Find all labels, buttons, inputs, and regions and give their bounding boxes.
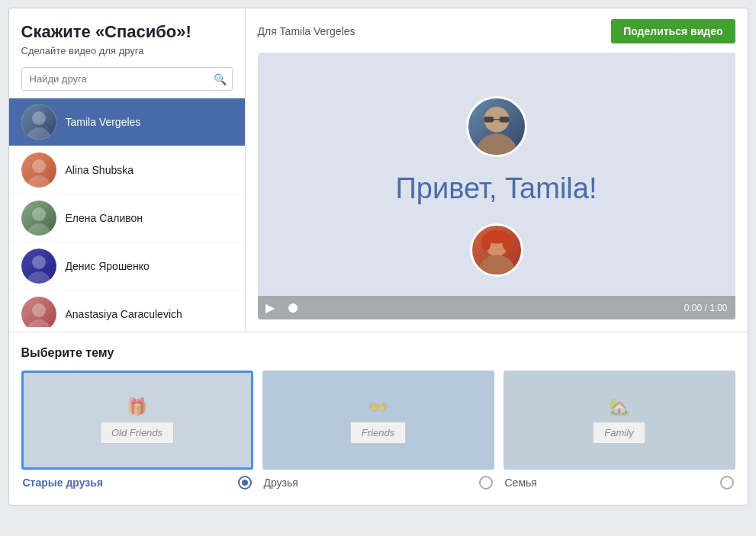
video-player: Привет, Tamila! ▶ [258, 53, 735, 319]
svg-point-24 [502, 233, 512, 250]
friend-list: Tamila Vergeles Alina Shubska [9, 98, 245, 327]
friend-item[interactable]: Денис Ярошенко [9, 242, 245, 290]
radio-circle[interactable] [238, 476, 252, 489]
friend-item[interactable]: Alina Shubska [9, 146, 245, 194]
main-container: Скажите «Спасибо»! Сделайте видео для др… [8, 8, 748, 506]
friend-avatar [21, 249, 56, 284]
theme-tag-label: Old Friends [100, 422, 174, 444]
video-for-label: Для Tamila Vergeles [258, 25, 355, 37]
friend-name: Alina Shubska [66, 164, 134, 176]
friend-item[interactable]: Елена Саливон [9, 194, 245, 242]
video-header: Для Tamila Vergeles Поделиться видео [258, 19, 735, 43]
friend-name: Anastasiya Caraculevich [66, 308, 182, 320]
friend-name: Денис Ярошенко [66, 260, 150, 272]
friend-avatar [21, 201, 56, 236]
search-icon: 🔍 [214, 73, 227, 85]
theme-decoration-icon: 👐 [368, 397, 388, 417]
svg-point-21 [477, 255, 516, 274]
friend-name: Елена Саливон [66, 212, 143, 224]
theme-card-friends[interactable]: 👐 Friends Друзья [262, 371, 494, 489]
svg-rect-18 [499, 117, 509, 122]
progress-dot [288, 303, 298, 313]
theme-tag-label: Family [593, 422, 645, 444]
bottom-section: Выберите тему 🎁 Old Friends Старые друзь… [9, 332, 748, 505]
friend-item[interactable]: Anastasiya Caraculevich [9, 290, 245, 327]
theme-label-row: Старые друзья [21, 476, 253, 489]
theme-label: Семья [505, 477, 537, 489]
svg-rect-17 [484, 117, 494, 122]
theme-card-family[interactable]: 🏡 Family Семья [503, 371, 735, 489]
svg-point-1 [32, 111, 46, 125]
radio-circle[interactable] [479, 476, 493, 489]
theme-section-title: Выберите тему [21, 346, 735, 360]
play-button[interactable]: ▶ [265, 300, 275, 315]
svg-point-13 [32, 303, 46, 317]
radio-circle[interactable] [720, 476, 734, 489]
theme-grid: 🎁 Old Friends Старые друзья 👐 Friends Др… [21, 371, 735, 489]
theme-tag-label: Friends [350, 422, 406, 444]
friend-avatar [21, 104, 56, 140]
search-box: 🔍 [21, 67, 233, 91]
svg-point-23 [481, 233, 491, 250]
time-display: 0:00 / 1:00 [684, 303, 728, 313]
share-button[interactable]: Поделиться видео [611, 19, 735, 43]
friend-name: Tamila Vergeles [66, 116, 141, 128]
theme-label: Друзья [264, 477, 298, 489]
video-controls: ▶ 0:00 / 1:00 [258, 296, 735, 319]
friend-avatar [21, 152, 56, 188]
video-top-avatar [466, 96, 527, 157]
svg-point-10 [32, 255, 46, 269]
svg-point-16 [475, 133, 518, 155]
search-input[interactable] [21, 67, 233, 91]
theme-decoration-icon: 🏡 [609, 397, 629, 417]
page-subtitle: Сделайте видео для друга [21, 45, 233, 56]
theme-decoration-icon: 🎁 [127, 397, 147, 417]
left-panel: Скажите «Спасибо»! Сделайте видео для др… [9, 8, 246, 332]
video-bottom-avatar [470, 223, 523, 277]
theme-label-row: Семья [503, 476, 735, 489]
video-greeting: Привет, Tamila! [396, 172, 597, 205]
radio-dot [242, 480, 248, 486]
svg-point-7 [32, 207, 46, 221]
right-panel: Для Tamila Vergeles Поделиться видео При… [246, 8, 748, 332]
friend-item[interactable]: Tamila Vergeles [9, 98, 245, 146]
theme-thumbnail: 🎁 Old Friends [21, 371, 253, 470]
theme-thumbnail: 👐 Friends [262, 371, 494, 470]
theme-label: Старые друзья [23, 477, 104, 489]
theme-thumbnail: 🏡 Family [503, 371, 735, 470]
progress-bar[interactable] [281, 307, 678, 310]
top-section: Скажите «Спасибо»! Сделайте видео для др… [9, 8, 748, 332]
svg-point-4 [32, 159, 46, 173]
theme-label-row: Друзья [262, 476, 494, 489]
friend-avatar [21, 297, 56, 327]
page-title: Скажите «Спасибо»! [21, 22, 233, 42]
theme-card-old-friends[interactable]: 🎁 Old Friends Старые друзья [21, 371, 253, 489]
